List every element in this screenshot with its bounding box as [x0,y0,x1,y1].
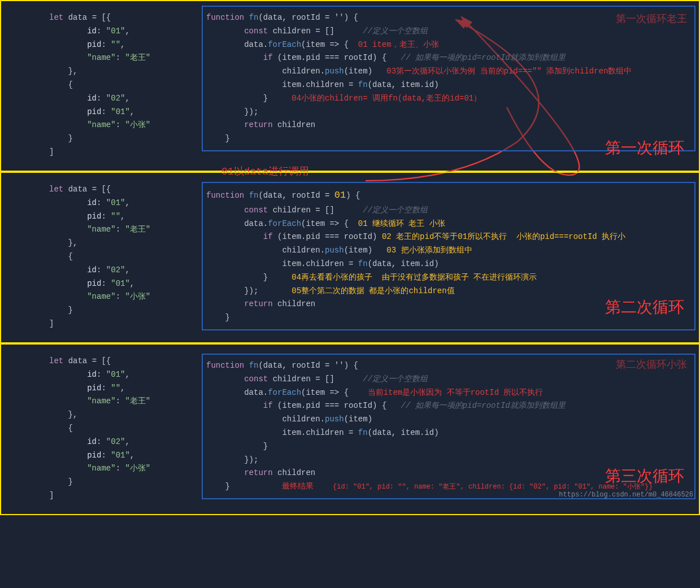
annot-p1-c1: 01 item，老王、小张 [358,40,439,49]
big-label-loop1: 第一次循环 [605,137,684,162]
watermark-text: https://blog.csdn.net/m0_46846526 [559,490,693,500]
panel-loop-3: let data = [{ id: "01", pid: "", "name":… [0,343,700,515]
annot-p2-c1: 01 继续循环 老王 小张 [358,219,445,228]
big-label-loop3: 第三次循环 [605,465,684,490]
data-decl: data = [{ [68,13,111,22]
panel-loop-1: let data = [{ id: "01", pid: "", "name":… [0,0,700,172]
function-box: function fn(data, rootId = '') { const c… [202,6,695,151]
annot-p1-c2: 03第一次循环以小张为例 当前的pid==="" 添加到children数组中 [386,67,632,76]
panel-loop-2: let data = [{ id: "01", pid: "", "name":… [0,172,700,343]
result-label: 最终结果 [282,482,314,491]
keyword-let: let [49,13,63,22]
annot-p2-c4: 04再去看看小张的孩子 由于没有过多数据和孩子 不在进行循环演示 [292,273,537,282]
annot-p1-c3: 04小张的children= 调用fn(data,老王的id=01） [292,94,481,103]
left-data-block: let data = [{ id: "01", pid: "", "name":… [1,349,202,503]
annot-p2-c3: 03 把小张添加到数组中 [386,246,472,255]
left-data-block: let data = [{ id: "01", pid: "", "name":… [1,6,202,159]
annot-p2-c5: 05整个第二次的数据 都是小张的children值 [292,286,454,295]
right-function-block: function fn(data, rootId = 01) { const c… [202,177,695,330]
left-data-block: let data = [{ id: "01", pid: "", "name":… [1,177,202,331]
right-function-block: 第一次循环老王 function fn(data, rootId = '') {… [202,6,695,151]
annot-p3-c1: 当前item是小张因为 不等于rootId 所以不执行 [368,388,544,397]
annot-p2-c2: 02 老王的pid不等于01所以不执行 小张的pid===rootId 执行小 [382,232,625,241]
big-label-loop2: 第二次循环 [605,296,684,321]
right-function-block: 第二次循环小张 function fn(data, rootId = '') {… [202,349,695,499]
